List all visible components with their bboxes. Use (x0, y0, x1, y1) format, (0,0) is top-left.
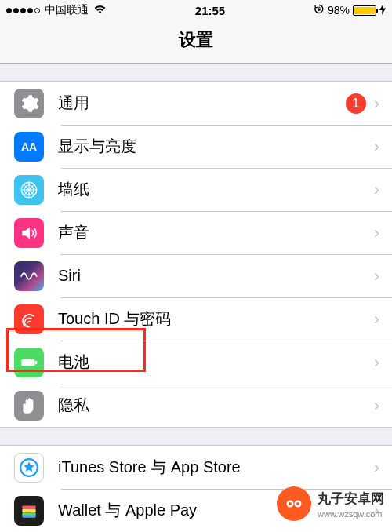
row-siri[interactable]: Siri › (0, 254, 392, 297)
sound-icon (14, 218, 44, 248)
wallet-icon (14, 496, 44, 526)
row-display[interactable]: AA 显示与亮度 › (0, 125, 392, 168)
chevron-right-icon: › (374, 352, 392, 373)
row-itunes[interactable]: iTunes Store 与 App Store › (0, 446, 392, 489)
chevron-right-icon: › (374, 180, 392, 200)
charging-icon (379, 4, 386, 17)
chevron-right-icon: › (374, 137, 392, 157)
svg-point-10 (283, 493, 305, 515)
row-sound[interactable]: 声音 › (0, 211, 392, 254)
battery-icon (14, 348, 44, 377)
watermark-text-block: 丸子安卓网 www.wzsqw.com (318, 490, 384, 519)
svg-rect-3 (21, 359, 34, 366)
appstore-icon (14, 453, 44, 483)
display-icon: AA (14, 132, 44, 162)
siri-icon (14, 261, 44, 291)
row-label: iTunes Store 与 App Store (58, 457, 374, 478)
chevron-right-icon: › (374, 395, 392, 416)
row-label: 通用 (58, 93, 346, 114)
row-touchid[interactable]: Touch ID 与密码 › (0, 297, 392, 341)
watermark-brand: 丸子安卓网 (318, 491, 384, 506)
status-right: 98% (314, 4, 386, 17)
row-general[interactable]: 通用 1 › (0, 82, 392, 125)
svg-point-14 (296, 502, 299, 505)
watermark: 丸子安卓网 www.wzsqw.com (277, 486, 384, 521)
row-label: Touch ID 与密码 (58, 308, 374, 330)
status-bar: 中国联通 21:55 98% (0, 0, 392, 20)
chevron-right-icon: › (374, 457, 392, 478)
row-label: 电池 (58, 352, 374, 373)
row-label: 显示与亮度 (58, 136, 374, 157)
carrier-label: 中国联通 (45, 3, 89, 17)
status-left: 中国联通 (6, 3, 107, 17)
battery-icon (353, 5, 376, 16)
row-wallpaper[interactable]: 墙纸 › (0, 168, 392, 211)
notification-badge: 1 (346, 93, 366, 114)
svg-rect-6 (22, 505, 35, 508)
row-label: 隐私 (58, 395, 374, 416)
wallpaper-icon (14, 175, 44, 205)
fingerprint-icon (14, 304, 44, 334)
battery-percent: 98% (328, 4, 350, 16)
row-privacy[interactable]: 隐私 › (0, 384, 392, 427)
orientation-lock-icon (314, 4, 325, 17)
row-label: Siri (58, 267, 374, 285)
row-label: 声音 (58, 222, 374, 243)
signal-strength-icon (6, 8, 40, 13)
status-time: 21:55 (195, 4, 225, 17)
chevron-right-icon: › (374, 93, 392, 114)
hand-icon (14, 391, 44, 421)
chevron-right-icon: › (374, 266, 392, 286)
wifi-icon (93, 4, 107, 16)
svg-rect-4 (35, 360, 37, 363)
settings-group-1: 通用 1 › AA 显示与亮度 › 墙纸 › 声音 › Siri › To (0, 81, 392, 428)
chevron-right-icon: › (374, 309, 392, 330)
svg-rect-9 (22, 515, 35, 517)
page-title: 设置 (0, 20, 392, 64)
svg-point-13 (289, 502, 292, 505)
watermark-url: www.wzsqw.com (318, 509, 384, 519)
gear-icon (14, 89, 44, 118)
row-label: 墙纸 (58, 179, 374, 200)
watermark-logo (277, 486, 311, 521)
svg-rect-7 (22, 508, 35, 512)
row-battery[interactable]: 电池 › (0, 341, 392, 384)
chevron-right-icon: › (374, 223, 392, 243)
svg-rect-0 (318, 9, 320, 11)
